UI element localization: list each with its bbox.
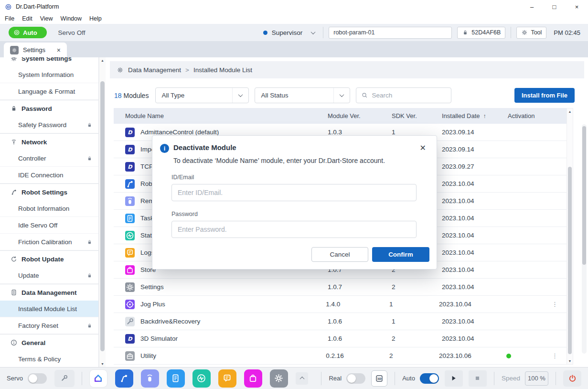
scrollbar-thumb[interactable] [568,167,572,354]
bag-icon [125,265,135,275]
sidebar-item-controller[interactable]: Controller [0,150,98,167]
installed-date: 2023.10.04 [442,266,508,273]
user-role-dropdown[interactable]: Supervisor [263,29,318,36]
tab-settings[interactable]: Settings × [4,43,67,57]
id-email-field[interactable]: Enter ID/Email. [171,184,417,201]
table-row-3d-simulator[interactable]: D3D Simulator1.0.622023.10.04 [114,330,567,347]
scrollbar-thumb[interactable] [582,126,586,265]
robot-id-box[interactable]: 52D4AF6B [457,27,505,39]
column-header-sdk-ver[interactable]: SDK Ver. [392,112,442,119]
auto-toggle-label: Auto [402,375,415,382]
dock-expand-button[interactable] [296,372,308,385]
sidebar-item-safety-password[interactable]: Safety Password [0,117,98,133]
maximize-button[interactable]: □ [543,0,566,13]
sidebar-item-idle-servo-off[interactable]: Idle Servo Off [0,217,98,234]
auto-toggle[interactable] [420,373,439,384]
tool-button[interactable]: Tool [516,27,546,39]
tab-label: Settings [23,46,45,54]
column-header-activation[interactable]: Activation [508,112,556,119]
table-row-settings[interactable]: Settings1.0.722023.10.04 [114,279,567,296]
dock-app-task-doc[interactable] [167,369,185,388]
confirm-button[interactable]: Confirm [372,247,429,262]
power-button[interactable] [563,370,581,387]
table-row-jog-plus[interactable]: Jog Plus1.4.012023.10.04⋮ [114,296,567,313]
sidebar-scrollbar[interactable]: ▲ ▼ [99,57,106,367]
row-menu-icon[interactable]: ⋮ [552,301,558,308]
close-button[interactable]: × [566,0,588,13]
sidebar-item-friction-calibration[interactable]: Friction Calibration [0,234,98,250]
dock-app-chat[interactable] [218,369,236,388]
real-toggle[interactable] [346,373,365,384]
column-header-installed-date[interactable]: Installed Date↑ [442,112,508,119]
menu-help[interactable]: Help [86,15,106,22]
wrench-icon [125,317,135,326]
sidebar-item-installed-module-list[interactable]: Installed Module List [0,301,98,317]
speed-label: Speed [502,375,520,382]
page-scrollbar[interactable] [582,124,587,354]
table-row-utility[interactable]: Utility0.2.1622023.10.06⋮ [114,347,567,365]
table-scrollbar[interactable]: ▲ ▼ [567,108,573,365]
table-header: Module NameModule Ver.SDK Ver.Installed … [114,108,567,124]
scroll-up-icon[interactable]: ▲ [567,110,573,113]
scroll-down-icon[interactable]: ▼ [567,359,573,363]
sidebar-item-system-settings[interactable]: System Settings [0,57,98,66]
info-icon: i [160,144,169,153]
sidebar-item-network[interactable]: Network [0,133,98,150]
cancel-button[interactable]: Cancel [311,247,368,262]
sidebar-item-factory-reset[interactable]: Factory Reset [0,317,98,334]
real-toggle-label: Real [329,375,342,382]
row-menu-icon[interactable]: ⋮ [552,352,558,359]
menu-file[interactable]: File [1,15,18,22]
scroll-down-icon[interactable]: ▼ [99,362,106,366]
stop-button[interactable] [469,370,487,387]
minimize-button[interactable]: – [521,0,543,13]
play-button[interactable] [445,370,463,387]
sidebar-item-update[interactable]: Update [0,267,98,284]
type-filter-select[interactable]: All Type [155,87,249,103]
breadcrumb-section[interactable]: Data Management [128,66,181,74]
dialog-close-icon[interactable]: ✕ [416,143,430,152]
sidebar-item-robot-update[interactable]: Robot Update [0,250,98,267]
scroll-up-icon[interactable]: ▲ [99,59,106,62]
password-field[interactable]: Enter Password. [171,221,417,238]
column-header-module-name[interactable]: Module Name [114,112,328,119]
sidebar-item-ide-connection[interactable]: IDE Connection [0,167,98,184]
sidebar-item-terms-policy[interactable]: Terms & Policy [0,351,98,367]
sidebar-item-general[interactable]: General [0,334,98,351]
info-icon [10,339,18,346]
install-from-file-button[interactable]: Install from File [514,88,575,103]
robot-arm-icon [118,373,129,384]
dock-app-home[interactable] [89,369,107,388]
menu-window[interactable]: Window [57,15,86,22]
column-header-module-ver[interactable]: Module Ver. [328,112,392,119]
window-title: Dr.Dart-Platform [16,3,59,10]
speed-value[interactable]: 100 % [525,371,548,386]
search-input[interactable]: Search [356,87,451,103]
dock-app-gear[interactable] [270,369,288,388]
sidebar-item-data-management[interactable]: Data Management [0,284,98,301]
dock-app-bag[interactable] [244,369,262,388]
robot-param-input[interactable]: robot-param-01 [329,27,452,39]
sidebar-item-robot-information[interactable]: Robot Information [0,200,98,217]
dock-app-robot-arm[interactable] [115,369,133,388]
sidebar-item-robot-settings[interactable]: Robot Settings [0,184,98,200]
wrench-button[interactable] [54,370,75,387]
sidebar-item-system-information[interactable]: System Information [0,66,98,83]
menu-view[interactable]: View [36,15,57,22]
dock-app-status-monitor[interactable] [192,369,211,388]
scrollbar-thumb[interactable] [100,81,105,351]
dart-d-icon: D [125,128,135,137]
servo-toggle[interactable] [28,373,47,384]
app-logo-icon [5,3,12,11]
status-filter-select[interactable]: All Status [255,87,350,103]
sidebar-item-password[interactable]: Password [0,100,98,117]
tab-close-icon[interactable]: × [57,46,61,54]
module-version: 1.0.6 [328,318,392,325]
sidebar-item-language-format[interactable]: Language & Format [0,83,98,100]
menu-edit[interactable]: Edit [18,15,36,22]
chevron-down-icon [340,92,344,97]
dock-app-remote[interactable] [141,369,159,388]
table-row-backdrive-recovery[interactable]: Backdrive&Recovery1.0.612023.10.04 [114,313,567,330]
3d-view-button[interactable]: 3D [371,370,387,387]
mode-badge[interactable]: Auto [9,27,47,38]
